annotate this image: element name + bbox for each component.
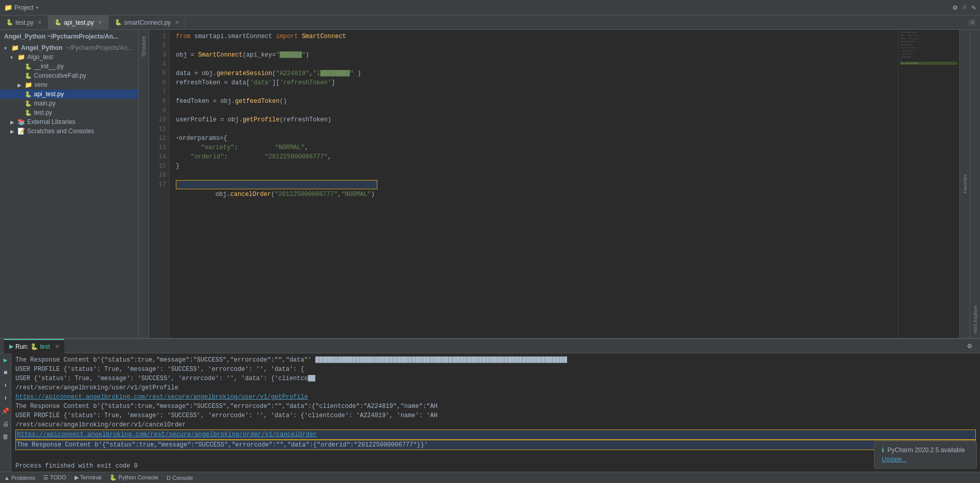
folder-icon: 📁 — [17, 53, 25, 61]
console-line-11 — [15, 450, 976, 459]
run-tab-name: 🐍 test — [30, 343, 50, 350]
code-line-3: obj = SmartConnect(api_key="██████") — [176, 50, 898, 60]
tab-close-icon[interactable]: ✕ — [98, 20, 102, 25]
item-label: Angel_Python ~/PycharmProjects/An... — [21, 44, 132, 51]
sidebar-header: Angel_Python ~/PycharmProjects/An... — [0, 30, 138, 43]
scroll-down-button[interactable]: ⬇ — [3, 381, 8, 390]
code-line-12: ▾orderparams={ — [176, 134, 898, 143]
item-label: main.py — [34, 100, 56, 107]
notification-text: PyCharm 2020.2.5 available — [887, 446, 965, 454]
arrow-icon: ▶ — [17, 82, 23, 88]
code-line-2 — [176, 41, 898, 50]
code-line-13: "variety": "NORMAL", — [176, 143, 898, 152]
console-text: The Response Content b'{"status":true,"m… — [11, 353, 980, 472]
code-line-1: from smartapi.smartConnect import SmartC… — [176, 32, 898, 41]
tab-smartconnect-py[interactable]: 🐍 smartConnect.py ✕ — [108, 15, 186, 30]
folder-icon: 📁 — [25, 81, 32, 88]
status-terminal[interactable]: ▶ Terminal — [75, 474, 101, 481]
status-problems[interactable]: ▲ Problems — [4, 475, 35, 481]
code-line-14: "orderid": "201225000006777", — [176, 152, 898, 162]
run-tab-close[interactable]: ✕ — [55, 344, 59, 349]
tab-label: test.py — [15, 19, 33, 26]
sidebar-item-consecutivefall[interactable]: 🐍 ConsecutiveFall.py — [0, 71, 138, 80]
sidebar-item-algo-test[interactable]: ▾ 📁 Algo_test — [0, 52, 138, 62]
run-tab-label: Run: — [15, 343, 28, 350]
sidebar-item-angel-python[interactable]: ▾ 📁 Angel_Python ~/PycharmProjects/An... — [0, 43, 138, 52]
arrow-icon: ▶ — [10, 119, 15, 125]
sidebar-item-test-py[interactable]: 🐍 test.py — [0, 108, 138, 117]
editor-main: 12345 678910 1112131415 1617 from smarta… — [149, 30, 959, 338]
code-line-8: feedToken = obj.getfeedToken() — [176, 97, 898, 106]
sidebar: Angel_Python ~/PycharmProjects/An... ▾ 📁… — [0, 30, 139, 338]
sidebar-item-init-py[interactable]: 🐍 __init__.py — [0, 62, 138, 71]
editor-area: 12345 678910 1112131415 1617 from smarta… — [149, 30, 959, 338]
console-line-7: USER PROFILE {'status': True, 'message':… — [15, 411, 976, 420]
item-label: test.py — [34, 109, 52, 116]
py-file-icon: 🐍 — [25, 100, 32, 107]
aws-strip: AWS Explorer — [970, 30, 980, 338]
clear-button[interactable]: 🗑 — [2, 432, 10, 442]
py-file-icon: 🐍 — [25, 110, 32, 116]
status-todo[interactable]: ☰ TODO — [43, 474, 66, 481]
tab-api-test-py[interactable]: 🐍 api_test.py ✕ — [48, 15, 108, 30]
sidebar-item-scratches[interactable]: ▶ 📝 Scratches and Consoles — [0, 127, 138, 136]
console-line-5-link[interactable]: https://apiconnect.angelbroking.com/rest… — [15, 392, 976, 402]
sidebar-item-main-py[interactable]: 🐍 main.py — [0, 99, 138, 108]
item-label: api_test.py — [34, 91, 64, 98]
aws-label: AWS Explorer — [973, 305, 978, 334]
code-line-9 — [176, 106, 898, 115]
project-menu[interactable]: 📁 Project ▾ — [4, 4, 39, 12]
minimap: from smartapi... obj = SmartCon... data … — [898, 30, 959, 338]
stop-button[interactable]: ■ — [3, 368, 8, 378]
tools-icon[interactable]: ✎ — [972, 3, 976, 12]
sidebar-item-venv[interactable]: ▶ 📁 venv — [0, 80, 138, 90]
status-python-console[interactable]: 🐍 Python Console — [110, 474, 158, 481]
project-dropdown-icon[interactable]: ▾ — [35, 5, 39, 11]
bottom-tabs-bar: ▶ Run: 🐍 test ✕ ⚙ — [0, 339, 980, 353]
code-line-4 — [176, 60, 898, 69]
sidebar-item-external-libraries[interactable]: ▶ 📚 External Libraries — [0, 117, 138, 127]
tab-label: smartConnect.py — [124, 19, 171, 26]
console-output: ▶ ■ ⬇ ⬆ 📌 🖨 🗑 The Response Content b'{"s… — [0, 353, 980, 472]
code-editor[interactable]: from smartapi.smartConnect import SmartC… — [170, 30, 898, 338]
status-d-console[interactable]: D Console — [167, 475, 193, 481]
pin-button[interactable]: 📌 — [1, 406, 10, 416]
item-label: ConsecutiveFall.py — [34, 72, 86, 79]
run-tab-icon: ▶ — [9, 343, 13, 350]
tabs-bar: 🐍 test.py ✕ 🐍 api_test.py ✕ 🐍 smartConne… — [0, 15, 980, 30]
notification-popup: ℹ PyCharm 2020.2.5 available Update... — [874, 441, 977, 469]
tab-py-icon: 🐍 — [6, 19, 13, 26]
library-icon: 📚 — [17, 118, 25, 126]
project-label: Project — [14, 4, 33, 11]
tab-test-py[interactable]: 🐍 test.py ✕ — [0, 15, 48, 30]
notification-update-link[interactable]: Update... — [882, 456, 969, 463]
status-bar: ▲ Problems ☰ TODO ▶ Terminal 🐍 Python Co… — [0, 472, 980, 483]
favorites-label: Favorites — [963, 174, 968, 193]
item-label: Scratches and Consoles — [27, 128, 94, 135]
console-line-2: USER PROFILE {'status': True, 'message':… — [15, 365, 976, 374]
sidebar-item-api-test-py[interactable]: 🐍 api_test.py — [0, 90, 138, 99]
console-settings-icon[interactable]: ⚙ — [964, 342, 976, 350]
code-line-5: data = obj.generateSession("A224819","l█… — [176, 69, 898, 78]
console-line-3: USER {'status': True, 'message': 'SUCCES… — [15, 374, 976, 383]
notification-title: ℹ PyCharm 2020.2.5 available — [882, 446, 969, 454]
vcs-icon[interactable]: ⑃ — [963, 4, 967, 12]
scroll-up-button[interactable]: ⬆ — [3, 393, 8, 403]
arrow-icon: ▾ — [10, 55, 15, 60]
console-line-9-link[interactable]: https://apiconnect.angelbroking.com/rest… — [15, 430, 976, 440]
code-line-6: refreshToken = data['data']['refreshToke… — [176, 78, 898, 87]
code-line-17: obj.cancelOrder("201225000006777","NORMA… — [176, 180, 377, 189]
code-line-16 — [176, 171, 898, 180]
tab-close-icon[interactable]: ✕ — [38, 20, 42, 25]
run-button[interactable]: ▶ — [3, 355, 8, 365]
run-tab[interactable]: ▶ Run: 🐍 test ✕ — [4, 339, 64, 353]
sidebar-tree: ▾ 📁 Angel_Python ~/PycharmProjects/An...… — [0, 43, 138, 338]
code-line-11 — [176, 124, 898, 134]
code-line-7 — [176, 87, 898, 97]
line-numbers: 12345 678910 1112131415 1617 — [149, 30, 170, 338]
print-button[interactable]: 🖨 — [2, 419, 10, 429]
tab-label: api_test.py — [64, 19, 94, 26]
settings-icon[interactable]: ⚙ — [953, 3, 957, 12]
tab-close-icon[interactable]: ✕ — [175, 20, 179, 25]
folder-icon: 📁 — [11, 44, 19, 51]
